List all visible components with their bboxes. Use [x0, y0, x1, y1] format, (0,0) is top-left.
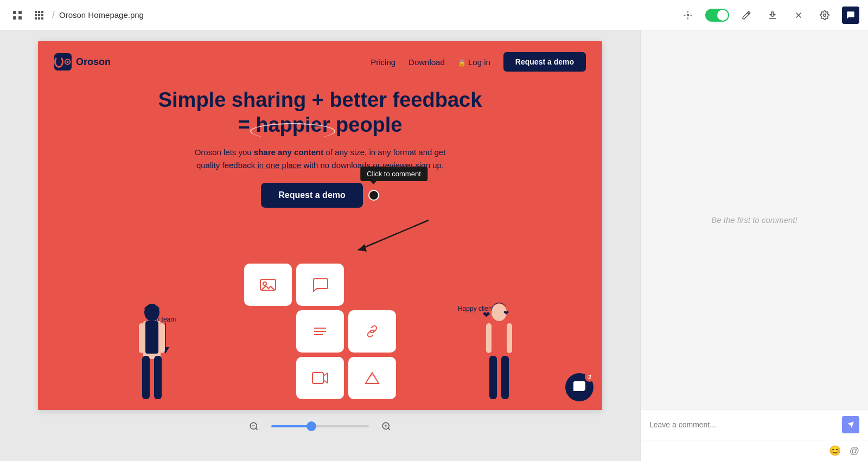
nav-pricing[interactable]: Pricing [371, 57, 395, 67]
card-empty-3 [244, 357, 292, 399]
no-comment-text: Be the first to comment! [711, 215, 797, 225]
svg-rect-7 [35, 14, 37, 16]
small-grid-button[interactable] [30, 7, 48, 24]
zoom-out-button[interactable] [245, 418, 263, 435]
comment-dot[interactable] [368, 190, 379, 201]
svg-rect-1 [18, 11, 22, 14]
zoom-slider[interactable] [271, 425, 369, 427]
main-area: Oroson Pricing Download 🔒 Log in Request… [0, 30, 868, 461]
hero-cta-area: Request a demo Click to comment [261, 183, 379, 208]
character-right: ❤ ❤ [477, 302, 521, 410]
image-viewer: Oroson Pricing Download 🔒 Log in Request… [0, 30, 640, 461]
mention-button[interactable]: @ [850, 445, 859, 457]
toolbar-left: / Oroson Homepage.png [9, 7, 675, 24]
comment-panel-body: Be the first to comment! [641, 30, 868, 409]
svg-rect-0 [13, 11, 16, 14]
svg-rect-8 [38, 14, 40, 16]
svg-rect-2 [13, 16, 16, 20]
svg-rect-34 [142, 356, 150, 399]
hero-title-line2: = happier people [238, 113, 402, 136]
toolbar-right [679, 7, 859, 24]
svg-rect-10 [35, 17, 37, 20]
zoom-bar [245, 410, 395, 443]
svg-rect-35 [154, 356, 162, 399]
chat-badge: 2 [585, 372, 595, 382]
lock-icon: 🔒 [458, 59, 466, 67]
svg-point-24 [263, 282, 266, 285]
card-video [296, 357, 344, 399]
svg-rect-11 [38, 17, 40, 20]
svg-rect-6 [41, 11, 43, 13]
svg-rect-9 [41, 14, 43, 16]
svg-marker-20 [358, 244, 367, 252]
site-logo: Oroson [54, 53, 111, 71]
settings-button[interactable] [816, 7, 833, 24]
chat-avatar[interactable]: 2 [565, 373, 593, 401]
svg-rect-12 [41, 17, 43, 20]
card-list [296, 310, 344, 353]
comment-panel: Be the first to comment! 😊 @ [640, 30, 868, 461]
pin-icon-button[interactable] [679, 7, 697, 24]
hero-subtitle: Oroson lets you share any content of any… [184, 146, 456, 172]
comment-mode-toggle[interactable] [705, 9, 729, 22]
comment-dot-container: Click to comment [368, 190, 379, 201]
card-link [348, 310, 396, 353]
toolbar: / Oroson Homepage.png [0, 0, 868, 30]
svg-point-13 [687, 14, 689, 16]
pen-tool-button[interactable] [738, 7, 755, 24]
svg-rect-31 [145, 321, 158, 354]
svg-point-18 [66, 61, 68, 63]
arrow-annotation [331, 204, 450, 258]
card-empty-1 [348, 264, 396, 306]
svg-rect-3 [18, 16, 22, 20]
svg-text:❤: ❤ [503, 309, 509, 317]
svg-rect-32 [139, 323, 144, 353]
svg-rect-4 [35, 11, 37, 13]
nav-login[interactable]: 🔒 Log in [458, 57, 490, 67]
comment-input-area [641, 409, 868, 440]
hero-cta-button[interactable]: Request a demo [261, 183, 363, 208]
nav-links: Pricing Download 🔒 Log in Request a demo [371, 52, 586, 72]
nav-download[interactable]: Download [409, 57, 445, 67]
site-hero: Simple sharing + better feedback = happi… [38, 82, 602, 216]
illustration-area: Your team Happy client [38, 258, 602, 410]
svg-line-46 [256, 428, 257, 430]
svg-rect-40 [489, 356, 497, 399]
hero-title: Simple sharing + better feedback = happi… [71, 88, 570, 137]
nav-cta-button[interactable]: Request a demo [503, 52, 586, 72]
card-drive [348, 357, 396, 399]
card-comment [296, 264, 344, 306]
cards-grid [244, 264, 396, 399]
file-title: Oroson Homepage.png [59, 10, 144, 20]
chat-button[interactable] [842, 7, 859, 24]
svg-rect-39 [507, 323, 512, 353]
grid-view-button[interactable] [9, 7, 26, 24]
svg-rect-33 [159, 323, 165, 353]
emoji-button[interactable]: 😊 [829, 445, 841, 457]
logo-text: Oroson [76, 56, 111, 68]
svg-point-16 [824, 14, 826, 16]
svg-text:❤: ❤ [483, 310, 490, 319]
comment-footer: 😊 @ [641, 440, 868, 461]
svg-rect-28 [312, 373, 323, 383]
card-image [244, 264, 292, 306]
close-button[interactable] [790, 7, 807, 24]
zoom-in-button[interactable] [378, 418, 395, 435]
download-button[interactable] [764, 7, 781, 24]
logo-icon [54, 53, 72, 71]
svg-rect-37 [490, 321, 508, 359]
svg-rect-5 [38, 11, 40, 13]
comment-send-button[interactable] [842, 416, 859, 433]
svg-rect-41 [501, 356, 509, 399]
site-nav: Oroson Pricing Download 🔒 Log in Request… [38, 41, 602, 82]
svg-rect-38 [486, 323, 492, 353]
comment-input[interactable] [649, 420, 838, 429]
svg-line-49 [388, 428, 390, 430]
breadcrumb-separator: / [52, 9, 55, 21]
image-canvas[interactable]: Oroson Pricing Download 🔒 Log in Request… [38, 41, 602, 410]
svg-line-19 [358, 220, 429, 250]
character-left [130, 302, 174, 410]
card-empty-2 [244, 310, 292, 353]
hero-title-line1: Simple sharing + better feedback [158, 88, 482, 111]
